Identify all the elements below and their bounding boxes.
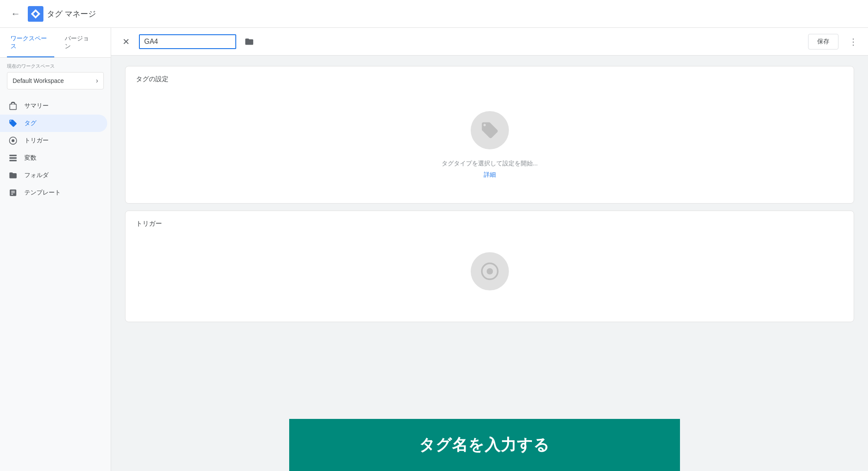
tab-version[interactable]: バージョン (61, 28, 97, 57)
tag-icon (9, 119, 17, 128)
tag-config-detail-link[interactable]: 詳細 (484, 171, 496, 179)
close-button[interactable]: ✕ (118, 34, 134, 49)
tag-config-card: タグの設定 タグタイプを選択して設定を開始... 詳細 (125, 66, 854, 204)
workspace-section-label: 現在のワークスペース (7, 63, 104, 69)
gtm-logo (28, 6, 43, 22)
svg-rect-6 (10, 157, 17, 158)
svg-rect-7 (10, 160, 17, 161)
triggers-label: トリガー (24, 137, 49, 145)
sidebar-tabs: ワークスペース バージョン (0, 28, 111, 58)
svg-point-9 (486, 268, 493, 275)
tab-workspace[interactable]: ワークスペース (7, 28, 54, 57)
tag-name-input[interactable] (139, 34, 236, 49)
folders-label: フォルダ (24, 171, 49, 179)
sidebar-item-folders[interactable]: フォルダ (0, 167, 107, 184)
trigger-icon-circle[interactable] (471, 252, 509, 290)
briefcase-icon (9, 102, 17, 110)
sidebar-item-templates[interactable]: テンプレート (0, 184, 107, 201)
trigger-title: トリガー (125, 211, 854, 235)
tag-editor-body: タグの設定 タグタイプを選択して設定を開始... 詳細 トリガー (111, 56, 868, 471)
sidebar-nav: サマリー タグ トリガー 変数 (0, 96, 111, 203)
templates-label: テンプレート (24, 189, 61, 197)
tag-config-placeholder: タグタイプを選択して設定を開始... (442, 160, 538, 168)
tag-config-icon-circle[interactable] (471, 111, 509, 149)
workspace-section: 現在のワークスペース Default Workspace › (0, 58, 111, 92)
overlay-banner-text: タグ名を入力する (419, 435, 550, 456)
trigger-body (125, 235, 854, 322)
variables-label: 変数 (24, 154, 36, 162)
trigger-icon (9, 136, 17, 145)
summary-label: サマリー (24, 102, 49, 110)
sidebar: ワークスペース バージョン 現在のワークスペース Default Workspa… (0, 28, 111, 471)
folder-icon (9, 171, 17, 180)
sidebar-item-summary[interactable]: サマリー (0, 97, 107, 115)
tag-editor-header: ✕ 保存 ⋮ (111, 28, 868, 56)
sidebar-item-triggers[interactable]: トリガー (0, 132, 107, 149)
svg-point-4 (12, 139, 15, 142)
app-title: タグ マネージ (47, 9, 96, 19)
main-layout: ワークスペース バージョン 現在のワークスペース Default Workspa… (0, 28, 868, 471)
tag-config-title: タグの設定 (125, 66, 854, 90)
save-button[interactable]: 保存 (808, 34, 838, 49)
sidebar-item-variables[interactable]: 変数 (0, 149, 107, 167)
variable-icon (9, 154, 17, 162)
tags-label: タグ (24, 119, 36, 127)
back-button[interactable]: ← (7, 5, 24, 23)
top-bar: ← タグ マネージ (0, 0, 868, 28)
template-icon (9, 188, 17, 197)
tag-config-body: タグタイプを選択して設定を開始... 詳細 (125, 90, 854, 203)
workspace-selector[interactable]: Default Workspace › (7, 72, 104, 89)
workspace-name: Default Workspace (13, 77, 64, 84)
folder-icon-button[interactable] (241, 34, 257, 49)
tag-name-overlay-banner: タグ名を入力する (289, 419, 680, 471)
more-options-button[interactable]: ⋮ (845, 34, 861, 49)
trigger-card: トリガー (125, 211, 854, 322)
sidebar-item-tags[interactable]: タグ (0, 115, 107, 132)
svg-rect-5 (10, 155, 17, 156)
chevron-right-icon: › (96, 77, 98, 85)
content-area: ✕ 保存 ⋮ タグの設定 タグタイプを選択して設定を開始.. (111, 28, 868, 471)
